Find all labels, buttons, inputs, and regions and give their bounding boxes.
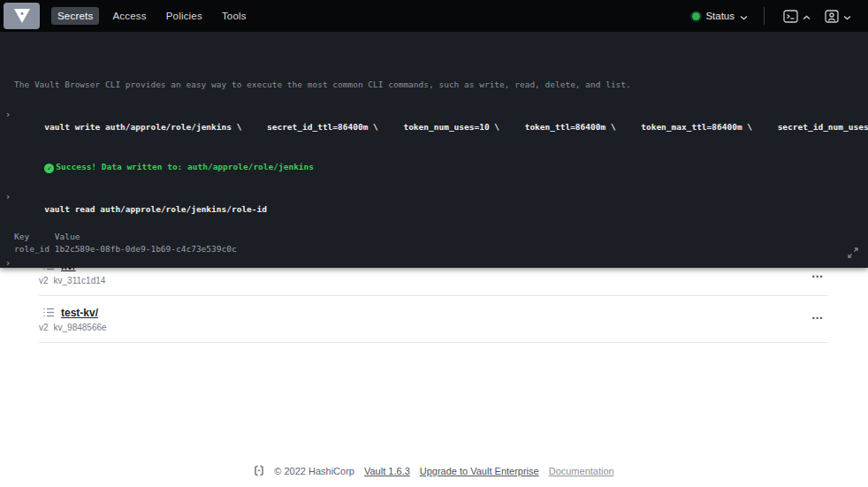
engine-link-test-kv[interactable]: test-kv/ xyxy=(61,307,98,319)
chevron-down-icon xyxy=(740,8,748,24)
nav-item-policies[interactable]: Policies xyxy=(160,7,209,25)
cli-output-line: Key Value xyxy=(0,231,868,243)
vault-logo[interactable] xyxy=(4,3,40,29)
chevron-down-icon xyxy=(843,8,851,24)
engine-accessor: kv_9848566e xyxy=(54,323,107,332)
prompt-chevron-icon: › xyxy=(5,109,11,121)
cli-output-line: role_id 1b2c589e-08fb-0de9-1b69-c4c73e53… xyxy=(0,243,868,255)
status-dot-icon xyxy=(692,12,700,20)
primary-nav: Secrets Access Policies Tools xyxy=(51,7,253,25)
top-navbar: Secrets Access Policies Tools Status xyxy=(0,0,868,32)
secrets-engine-list: kv/ v2 kv_311c1d14 ⋯ test-kv/ xyxy=(39,260,827,343)
prompt-chevron-icon: › xyxy=(5,257,11,268)
user-icon xyxy=(825,10,839,23)
cli-command-line: ›vault write -force auth/approle/role/je… xyxy=(0,257,868,268)
row-menu-ellipsis-button[interactable]: ⋯ xyxy=(811,311,824,324)
console-toggle-button[interactable] xyxy=(780,6,813,26)
user-menu-button[interactable] xyxy=(822,6,854,26)
engine-accessor: kv_311c1d14 xyxy=(54,276,106,285)
cli-command-line: ›vault read auth/approle/role/jenkins/ro… xyxy=(0,191,868,228)
cli-success-line: ✓Success! Data written to: auth/approle/… xyxy=(0,148,868,186)
table-row: test-kv/ v2 kv_9848566e ⋯ xyxy=(39,296,827,343)
cli-command-line: ›vault write auth/approle/role/jenkins \… xyxy=(0,109,868,146)
chevron-up-icon xyxy=(803,8,811,24)
engine-meta: v2 kv_9848566e xyxy=(39,323,827,332)
nav-item-tools[interactable]: Tools xyxy=(216,7,253,25)
engine-version-badge: v2 xyxy=(39,276,49,285)
status-menu[interactable]: Status xyxy=(692,8,748,24)
footer: © 2022 HashiCorp Vault 1.6.3 Upgrade to … xyxy=(0,455,868,487)
engine-title-line: test-kv/ xyxy=(39,307,827,319)
nav-item-access[interactable]: Access xyxy=(106,7,152,25)
footer-copyright: © 2022 HashiCorp xyxy=(274,466,354,476)
list-icon xyxy=(43,305,54,321)
prompt-chevron-icon: › xyxy=(5,191,11,203)
footer-version-link[interactable]: Vault 1.6.3 xyxy=(364,466,410,476)
check-circle-icon: ✓ xyxy=(44,164,54,173)
engine-meta: v2 kv_311c1d14 xyxy=(39,276,827,285)
console-expand-icon[interactable] xyxy=(848,247,858,262)
navbar-right-controls: Status xyxy=(692,6,868,26)
navbar-divider xyxy=(764,7,765,25)
footer-documentation-link[interactable]: Documentation xyxy=(549,466,614,476)
status-label: Status xyxy=(705,11,735,21)
terminal-icon xyxy=(783,10,798,23)
cli-intro-text: The Vault Browser CLI provides an easy w… xyxy=(0,79,868,91)
hashicorp-logo-icon xyxy=(254,465,264,478)
browser-cli-console: The Vault Browser CLI provides an easy w… xyxy=(0,32,868,268)
footer-upgrade-link[interactable]: Upgrade to Vault Enterprise xyxy=(420,466,539,476)
nav-item-secrets[interactable]: Secrets xyxy=(51,7,99,25)
engine-version-badge: v2 xyxy=(39,323,49,332)
row-menu-ellipsis-button[interactable]: ⋯ xyxy=(811,270,824,283)
